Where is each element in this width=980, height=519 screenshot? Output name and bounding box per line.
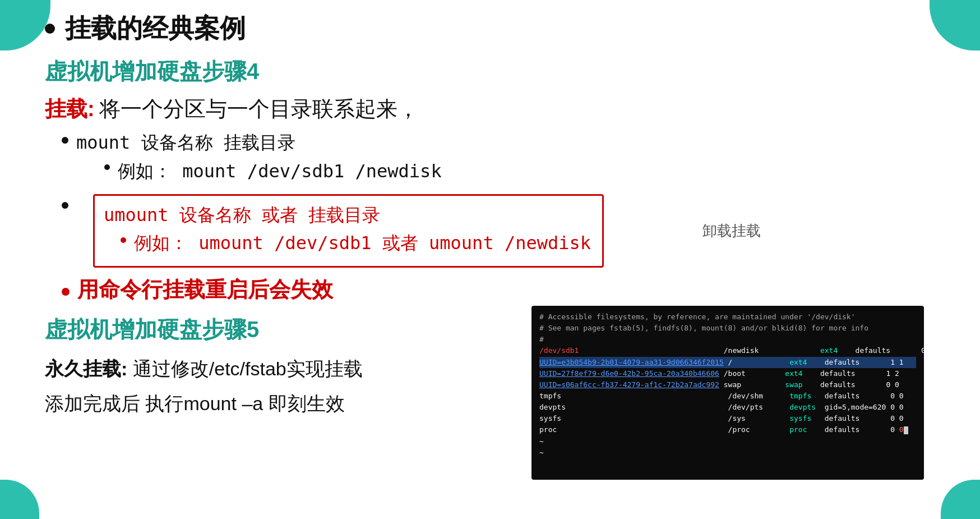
list-item-mount-example: 例如： mount /dev/sdb1 /newdisk [104, 159, 442, 184]
list-item-mount: mount 设备名称 挂载目录 例如： mount /dev/sdb1 /new… [62, 130, 935, 187]
mount-label-row: 挂载: 将一个分区与一个目录联系起来， [45, 95, 935, 123]
terminal-line-6: UUID=27f8ef79-d6e0-42b2-95ca-20a340b4660… [539, 368, 916, 379]
main-heading-text: 挂载的经典案例 [65, 11, 246, 46]
terminal-line-2: # See man pages fstab(5), findfs(8), mou… [539, 323, 916, 334]
terminal-line-11: proc /proc proc defaults 0 0 [539, 424, 916, 435]
corner-bottom-left [0, 480, 39, 519]
bullet-circle-sub1 [104, 164, 110, 170]
warning-text: 用命令行挂载重启后会失效 [77, 275, 333, 304]
mount-label: 挂载: [45, 95, 95, 123]
umount-box: umount 设备名称 或者 挂载目录 例如： umount /dev/sdb1… [93, 194, 604, 268]
terminal-line-10: sysfs /sys sysfs defaults 0 0 [539, 413, 916, 424]
warning-item: 用命令行挂载重启后会失效 [62, 275, 935, 304]
permanent-mount-desc: 通过修改/etc/fstab实现挂载 [133, 358, 363, 379]
terminal-line-4: /dev/sdb1 /newdisk ext4 defaults 0 [539, 345, 916, 356]
bullet-dot [45, 24, 55, 34]
umount-sub-list: 例如： umount /dev/sdb1 或者 umount /newdisk [121, 231, 591, 256]
main-content: 挂载的经典案例 虚拟机增加硬盘步骤4 挂载: 将一个分区与一个目录联系起来， m… [45, 11, 935, 508]
corner-bottom-right [941, 480, 980, 519]
terminal-line-7: UUID=s06af6cc-fb37-4279-af1c-72b2a7adc99… [539, 379, 916, 391]
bullet-circle-warning [62, 288, 70, 296]
mount-desc: 将一个分区与一个目录联系起来， [99, 95, 419, 123]
terminal-line-1: # Accessible filesystems, by reference, … [539, 311, 916, 323]
corner-top-left [0, 0, 50, 50]
terminal-line-5: UUID=e3b054b9-2b01-4079-aa31-9d066346f20… [539, 357, 916, 368]
mount-command-text: mount 设备名称 挂载目录 [76, 132, 295, 153]
terminal-line-9: devpts /dev/pts devpts gid=5,mode=620 0 … [539, 402, 916, 413]
permanent-mount-label: 永久挂载: [45, 358, 127, 379]
corner-top-right [930, 0, 980, 50]
list-item-umount: umount 设备名称 或者 挂载目录 例如： umount /dev/sdb1… [62, 192, 935, 270]
umount-example-text: 例如： umount /dev/sdb1 或者 umount /newdisk [134, 231, 591, 256]
list-item-umount-example: 例如： umount /dev/sdb1 或者 umount /newdisk [121, 231, 591, 256]
terminal-line-13: ~ [539, 447, 916, 458]
terminal-screenshot: # Accessible filesystems, by reference, … [531, 306, 924, 480]
terminal-line-3: # [539, 334, 916, 345]
terminal-line-12: ~ [539, 436, 916, 447]
umount-command-text: umount 设备名称 或者 挂载目录 [104, 203, 591, 228]
terminal-line-8: tmpfs /dev/shm tmpfs defaults 0 0 [539, 391, 916, 402]
bullet-circle-1 [62, 137, 68, 144]
section1-heading: 虚拟机增加硬盘步骤4 [45, 56, 935, 87]
mount-command-list: mount 设备名称 挂载目录 例如： mount /dev/sdb1 /new… [62, 130, 935, 270]
unload-label: 卸载挂载 [702, 221, 761, 241]
bullet-circle-2 [62, 202, 68, 209]
mount-sub-list: 例如： mount /dev/sdb1 /newdisk [104, 159, 442, 184]
mount-example-text: 例如： mount /dev/sdb1 /newdisk [118, 159, 442, 184]
bullet-circle-sub2 [121, 237, 126, 243]
main-heading: 挂载的经典案例 [45, 11, 935, 46]
